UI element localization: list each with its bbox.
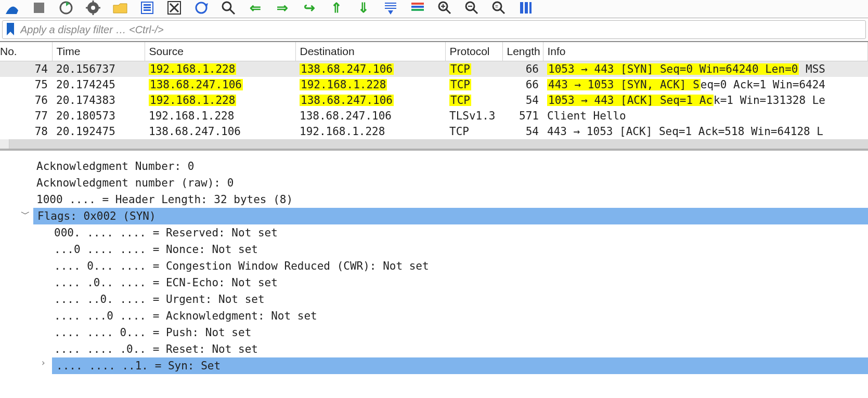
go-first-icon[interactable]: ⇑ (329, 0, 344, 16)
go-back-icon[interactable]: ⇐ (248, 0, 263, 16)
stop-icon[interactable] (31, 0, 47, 16)
cell-source: 138.68.247.106 (145, 124, 295, 139)
svg-rect-22 (411, 6, 424, 8)
cell-source: 192.168.1.228 (145, 108, 295, 124)
cell-length: 571 (502, 108, 543, 124)
display-filter-input[interactable] (19, 22, 865, 37)
svg-rect-34 (520, 2, 523, 14)
cell-source: 192.168.1.228 (145, 92, 295, 108)
resize-columns-icon[interactable] (518, 0, 534, 16)
cell-length: 66 (502, 61, 543, 77)
svg-rect-0 (34, 3, 44, 13)
detail-flag-cwr[interactable]: .... 0... .... = Congestion Window Reduc… (0, 258, 868, 274)
svg-rect-11 (144, 9, 151, 11)
detail-flag-urgent[interactable]: .... ..0. .... = Urgent: Not set (0, 291, 868, 308)
svg-line-32 (500, 9, 504, 14)
col-header-source[interactable]: Source (145, 42, 295, 61)
svg-point-15 (196, 3, 206, 13)
col-header-time[interactable]: Time (52, 42, 145, 61)
zoom-out-icon[interactable] (464, 0, 480, 16)
cell-length: 54 (502, 92, 543, 108)
svg-rect-36 (529, 2, 532, 14)
options-icon[interactable] (85, 0, 101, 16)
packet-list-table[interactable]: No. Time Source Destination Protocol Len… (0, 42, 868, 139)
auto-scroll-icon[interactable] (383, 0, 398, 16)
cell-info: 1053 → 443 [ACK] Seq=1 Ack=1 Win=131328 … (543, 92, 868, 108)
cell-info: Client Hello (543, 108, 868, 124)
cell-protocol: TCP (445, 77, 502, 92)
cell-info: 1053 → 443 [SYN] Seq=0 Win=64240 Len=0 M… (543, 61, 868, 77)
detail-flag-push[interactable]: .... .... 0... = Push: Not set (0, 324, 868, 341)
packet-list-scrollbar[interactable] (0, 139, 868, 149)
cell-length: 54 (502, 124, 543, 139)
detail-ack-raw[interactable]: Acknowledgment number (raw): 0 (0, 175, 868, 191)
svg-rect-9 (144, 4, 151, 6)
detail-flag-reserved[interactable]: 000. .... .... = Reserved: Not set (0, 224, 868, 241)
save-icon[interactable] (139, 0, 155, 16)
packet-details-pane[interactable]: Acknowledgment Number: 0 Acknowledgment … (0, 151, 868, 374)
col-header-protocol[interactable]: Protocol (445, 42, 502, 61)
packet-row[interactable]: 74 20.156737 192.168.1.228 138.68.247.10… (0, 61, 868, 77)
detail-flag-nonce[interactable]: ...0 .... .... = Nonce: Not set (0, 241, 868, 258)
packet-list-header-row[interactable]: No. Time Source Destination Protocol Len… (0, 42, 868, 61)
detail-ack-number[interactable]: Acknowledgment Number: 0 (0, 158, 868, 175)
packet-row[interactable]: 75 20.174245 138.68.247.106 192.168.1.22… (0, 77, 868, 92)
cell-protocol: TCP (445, 124, 502, 139)
cell-protocol: TLSv1.3 (445, 108, 502, 124)
restart-icon[interactable] (58, 0, 74, 16)
col-header-destination[interactable]: Destination (295, 42, 445, 61)
cell-destination: 138.68.247.106 (295, 61, 445, 77)
svg-rect-35 (525, 2, 528, 14)
svg-rect-23 (411, 9, 424, 11)
svg-point-3 (91, 6, 95, 10)
jump-to-icon[interactable]: ↪ (302, 0, 317, 16)
colorize-icon[interactable] (410, 0, 425, 16)
packet-row[interactable]: 76 20.174383 192.168.1.228 138.68.247.10… (0, 92, 868, 108)
svg-rect-10 (144, 7, 151, 8)
display-filter-bar (0, 18, 868, 42)
packet-row[interactable]: 77 20.180573 192.168.1.228 138.68.247.10… (0, 108, 868, 124)
cell-destination: 138.68.247.106 (295, 108, 445, 124)
svg-line-17 (230, 9, 235, 14)
shark-fin-icon[interactable] (4, 0, 20, 16)
zoom-in-icon[interactable] (437, 0, 452, 16)
cell-time: 20.174383 (52, 92, 145, 108)
reload-icon[interactable] (193, 0, 209, 16)
cell-time: 20.180573 (52, 108, 145, 124)
flags-expand-caret[interactable]: ﹀ (21, 208, 30, 220)
cell-destination: 192.168.1.228 (295, 124, 445, 139)
cell-no: 74 (0, 61, 52, 77)
packet-list-pane: No. Time Source Destination Protocol Len… (0, 42, 868, 151)
syn-expand-caret[interactable]: › (41, 357, 46, 368)
main-toolbar: ⇐ ⇒ ↪ ⇑ ⇓ = (0, 0, 868, 18)
packet-row[interactable]: 78 20.192475 138.68.247.106 192.168.1.22… (0, 124, 868, 139)
cell-info: 443 → 1053 [SYN, ACK] Seq=0 Ack=1 Win=64… (543, 77, 868, 92)
detail-header-length[interactable]: 1000 .... = Header Length: 32 bytes (8) (0, 191, 868, 208)
cell-no: 78 (0, 124, 52, 139)
cell-protocol: TCP (445, 92, 502, 108)
col-header-no[interactable]: No. (0, 42, 52, 61)
go-last-icon[interactable]: ⇓ (356, 0, 371, 16)
cell-length: 66 (502, 77, 543, 92)
col-header-length[interactable]: Length (502, 42, 543, 61)
cell-source: 192.168.1.228 (145, 61, 295, 77)
zoom-reset-icon[interactable]: = (491, 0, 507, 16)
cell-protocol: TCP (445, 61, 502, 77)
detail-flag-ack[interactable]: .... ...0 .... = Acknowledgment: Not set (0, 308, 868, 324)
filter-bookmark-icon[interactable] (5, 21, 16, 38)
open-icon[interactable] (112, 0, 128, 16)
close-icon[interactable] (166, 0, 182, 16)
go-forward-icon[interactable]: ⇒ (275, 0, 290, 16)
scrollbar-left-button[interactable] (0, 139, 9, 149)
col-header-info[interactable]: Info (543, 42, 868, 61)
cell-time: 20.192475 (52, 124, 145, 139)
cell-no: 76 (0, 92, 52, 108)
cell-time: 20.156737 (52, 61, 145, 77)
detail-flag-ecn[interactable]: .... .0.. .... = ECN-Echo: Not set (0, 274, 868, 291)
find-icon[interactable] (221, 0, 236, 16)
detail-flag-syn[interactable]: .... .... ..1. = Syn: Set (52, 357, 868, 374)
svg-text:=: = (495, 4, 498, 9)
detail-flags-header[interactable]: Flags: 0x002 (SYN) (33, 208, 868, 224)
detail-flag-reset[interactable]: .... .... .0.. = Reset: Not set (0, 341, 868, 357)
svg-line-29 (473, 9, 477, 14)
